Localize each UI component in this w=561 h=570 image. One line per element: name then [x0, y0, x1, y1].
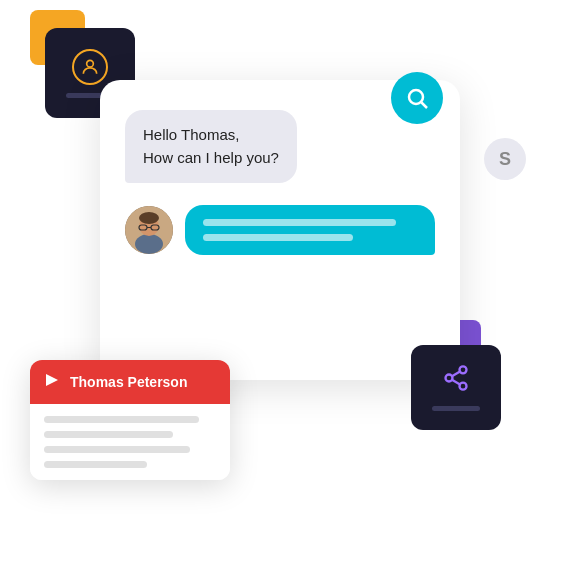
- info-line: [44, 461, 147, 468]
- scene: Hello Thomas, How can I help you?: [0, 0, 561, 570]
- thomas-peterson-card: Thomas Peterson: [30, 360, 230, 480]
- svg-point-11: [446, 375, 453, 382]
- svg-point-1: [409, 90, 423, 104]
- bubble-text-line: [203, 234, 353, 241]
- thomas-card-header: Thomas Peterson: [30, 360, 230, 404]
- sent-bubble: [185, 205, 435, 255]
- svg-point-6: [139, 212, 159, 224]
- card-line: [432, 406, 480, 411]
- arrow-icon: [44, 372, 60, 392]
- svg-line-14: [452, 372, 460, 377]
- svg-line-13: [452, 380, 460, 385]
- bubble-line2: How can I help you?: [143, 149, 279, 166]
- thomas-card-body: [30, 404, 230, 480]
- bubble-line1: Hello Thomas,: [143, 126, 239, 143]
- svg-line-2: [422, 103, 428, 109]
- info-line: [44, 416, 199, 423]
- s-avatar: S: [484, 138, 526, 180]
- thomas-name: Thomas Peterson: [70, 373, 187, 391]
- svg-point-4: [135, 234, 163, 254]
- share-icon: [442, 364, 470, 398]
- share-card: [411, 345, 501, 430]
- svg-point-0: [87, 60, 94, 67]
- info-line: [44, 446, 190, 453]
- user-avatar: [125, 206, 173, 254]
- svg-point-12: [460, 383, 467, 390]
- teal-search-circle: [391, 72, 443, 124]
- info-line: [44, 431, 173, 438]
- bubble-text-line: [203, 219, 396, 226]
- svg-marker-15: [46, 374, 58, 386]
- svg-point-10: [460, 366, 467, 373]
- sent-chat-row: [125, 205, 435, 255]
- received-bubble: Hello Thomas, How can I help you?: [125, 110, 297, 183]
- chat-card: Hello Thomas, How can I help you?: [100, 80, 460, 380]
- user-icon: [72, 49, 108, 85]
